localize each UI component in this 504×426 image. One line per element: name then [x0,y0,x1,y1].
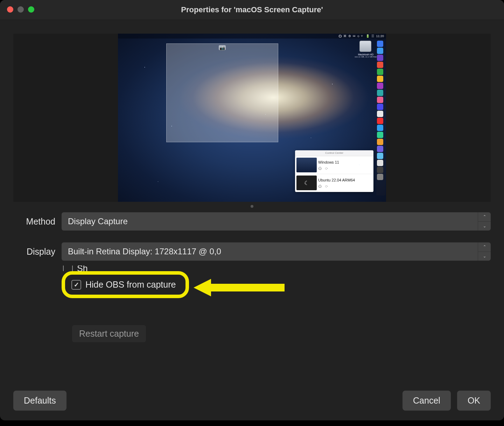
vm-thumbnail: ☾ [296,176,317,190]
capture-region-overlay: 📷 [166,43,278,142]
svg-marker-0 [194,279,285,296]
cancel-button[interactable]: Cancel [402,391,451,411]
defaults-button[interactable]: Defaults [13,391,66,411]
annotation-highlight-box: Hide OBS from capture [62,271,189,298]
show-cursor-label-clipped: Sh [77,266,88,271]
display-label: Display [13,247,55,257]
ok-button[interactable]: OK [457,391,491,411]
dialog-footer: Defaults Cancel OK [13,391,491,411]
preview-dock [376,40,385,195]
vm-row: Windows 11 ⏻ ⟳ [295,156,373,174]
properties-form: Method Display Capture ⌃ ⌄ Display Built… [13,212,491,342]
preview-panel-window: Control Center Windows 11 ⏻ ⟳ ☾ Ubuntu 2… [295,150,373,192]
chevron-down-icon: ⌄ [478,222,491,231]
chevron-down-icon: ⌄ [478,252,491,261]
window-body: ⏻⌘⚙✉⎋ᯤ🔋☰ 11:20 Macintosh HD xxx.xx GB, x… [0,20,504,420]
properties-window: Properties for 'macOS Screen Capture' ⏻⌘… [0,0,504,420]
vm-row: ☾ Ubuntu 22.04 ARM64 ⏻ ⟳ [295,174,373,192]
annotation-arrow [194,277,285,298]
zoom-window-button[interactable] [28,6,34,13]
restart-capture-button[interactable]: Restart capture [72,325,146,342]
desktop-disk-label: Macintosh HD xxx.xx GB, xx.x GB free [352,53,380,58]
display-stepper[interactable]: ⌃ ⌄ [478,242,491,261]
method-label: Method [13,217,55,227]
hide-obs-checkbox[interactable] [71,280,81,290]
chevron-up-icon: ⌃ [478,242,491,252]
camera-icon: 📷 [219,45,226,50]
preview-area: ⏻⌘⚙✉⎋ᯤ🔋☰ 11:20 Macintosh HD xxx.xx GB, x… [13,34,491,202]
method-stepper[interactable]: ⌃ ⌄ [478,212,491,231]
hide-obs-label: Hide OBS from capture [85,280,176,290]
window-title: Properties for 'macOS Screen Capture' [0,5,504,14]
show-cursor-checkbox[interactable] [63,266,73,271]
vm-name: Ubuntu 22.04 ARM64 [318,178,355,182]
method-row: Method Display Capture ⌃ ⌄ [13,212,491,231]
window-controls [7,6,34,13]
titlebar: Properties for 'macOS Screen Capture' [0,0,504,20]
display-row: Display Built-in Retina Display: 1728x11… [13,242,491,261]
preview-resize-grip[interactable] [251,205,253,208]
method-select[interactable]: Display Capture [62,212,478,231]
vm-thumbnail [296,158,317,172]
panel-header: Control Center [295,150,373,156]
display-preview[interactable]: ⏻⌘⚙✉⎋ᯤ🔋☰ 11:20 Macintosh HD xxx.xx GB, x… [118,34,386,202]
vm-name: Windows 11 [318,160,339,164]
minimize-window-button[interactable] [18,6,24,13]
menubar-clock: 11:20 [376,34,384,38]
display-select[interactable]: Built-in Retina Display: 1728x1117 @ 0,0 [62,242,478,261]
close-window-button[interactable] [7,6,13,13]
chevron-up-icon: ⌃ [478,212,491,222]
preview-menubar: ⏻⌘⚙✉⎋ᯤ🔋☰ 11:20 [118,34,386,39]
desktop-disk-icon [359,41,371,52]
show-cursor-row-clipped[interactable]: Sh [63,266,88,271]
